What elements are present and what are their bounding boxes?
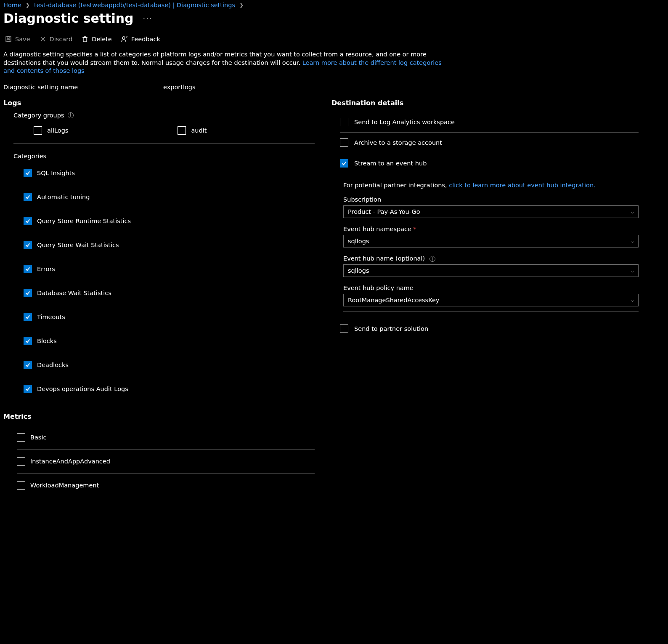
checkbox-storage[interactable] (340, 138, 348, 147)
category-5-row: Database Wait Statistics (24, 281, 315, 305)
save-icon (5, 36, 12, 43)
category-1-row: Automatic tuning (24, 185, 315, 209)
feedback-label: Feedback (131, 36, 160, 43)
subscription-select[interactable]: Product - Pay-As-You-Go ⌵ (343, 205, 639, 218)
checkbox-alllogs[interactable] (34, 126, 42, 135)
category-7-label: Blocks (37, 338, 57, 344)
ehname-label: Event hub name (optional) i (343, 255, 639, 262)
storage-label: Archive to a storage account (354, 139, 442, 146)
category-0-row: SQL Insights (24, 161, 315, 185)
metric-0-checkbox[interactable] (17, 433, 25, 442)
breadcrumb: Home ❯ test-database (testwebappdb/test-… (3, 0, 665, 11)
category-6-checkbox[interactable] (24, 313, 32, 321)
partner-label: Send to partner solution (354, 325, 428, 332)
checkbox-audit[interactable] (178, 126, 186, 135)
metrics-list: BasicInstanceAndAppAdvancedWorkloadManag… (3, 426, 323, 497)
category-6-row: Timeouts (24, 305, 315, 329)
category-2-label: Query Store Runtime Statistics (37, 218, 131, 224)
metric-1-checkbox[interactable] (17, 457, 25, 466)
category-7-row: Blocks (24, 329, 315, 353)
feedback-icon (121, 36, 128, 43)
category-6-label: Timeouts (37, 314, 65, 320)
category-9-label: Devops operations Audit Logs (37, 386, 128, 392)
trash-icon (82, 36, 88, 43)
logs-heading: Logs (3, 99, 323, 107)
policy-label: Event hub policy name (343, 285, 639, 291)
metric-2-checkbox[interactable] (17, 481, 25, 490)
category-8-label: Deadlocks (37, 362, 69, 368)
alllogs-label: allLogs (47, 127, 68, 134)
svg-rect-5 (83, 37, 87, 42)
destination-heading: Destination details (331, 99, 639, 107)
page-title: Diagnostic setting (3, 11, 134, 26)
metric-2-label: WorkloadManagement (30, 482, 99, 489)
metric-1-label: InstanceAndAppAdvanced (30, 458, 110, 465)
eventhub-label: Stream to an event hub (354, 160, 427, 167)
policy-select[interactable]: RootManageSharedAccessKey ⌵ (343, 294, 639, 306)
eventhub-config: For potential partner integrations, clic… (343, 173, 639, 312)
setting-name-label: Diagnostic setting name (3, 84, 163, 90)
category-1-checkbox[interactable] (24, 193, 32, 201)
category-groups-label: Category groups i (13, 112, 323, 119)
discard-label: Discard (50, 36, 73, 43)
categories-label: Categories (13, 153, 323, 160)
category-8-checkbox[interactable] (24, 361, 32, 369)
namespace-select[interactable]: sqllogs ⌵ (343, 235, 639, 247)
category-4-checkbox[interactable] (24, 265, 32, 273)
save-button[interactable]: Save (5, 36, 30, 43)
info-icon[interactable]: i (68, 112, 74, 118)
metrics-heading: Metrics (3, 412, 323, 420)
required-indicator: * (414, 226, 416, 232)
category-9-checkbox[interactable] (24, 385, 32, 393)
metric-0-row: Basic (17, 426, 315, 450)
category-0-label: SQL Insights (37, 170, 75, 176)
metric-0-label: Basic (30, 434, 46, 441)
intro-text: A diagnostic setting specifies a list of… (3, 49, 449, 75)
setting-name-value: exportlogs (163, 84, 196, 90)
checkbox-partner[interactable] (340, 325, 348, 333)
eventhub-note: For potential partner integrations, (343, 182, 449, 189)
category-5-label: Database Wait Statistics (37, 290, 111, 296)
category-9-row: Devops operations Audit Logs (24, 377, 315, 401)
more-actions-button[interactable]: ··· (143, 14, 153, 23)
save-label: Save (15, 36, 30, 43)
svg-rect-1 (7, 37, 9, 38)
checkbox-eventhub[interactable] (340, 159, 348, 168)
log-analytics-label: Send to Log Analytics workspace (354, 119, 455, 125)
feedback-button[interactable]: Feedback (121, 36, 160, 43)
metric-2-row: WorkloadManagement (17, 474, 315, 497)
category-0-checkbox[interactable] (24, 169, 32, 177)
svg-rect-0 (6, 37, 11, 42)
chevron-down-icon: ⌵ (631, 238, 634, 244)
ehname-select[interactable]: sqllogs ⌵ (343, 264, 639, 277)
breadcrumb-resource[interactable]: test-database (testwebappdb/test-databas… (34, 2, 235, 8)
checkbox-log-analytics[interactable] (340, 118, 348, 126)
category-3-checkbox[interactable] (24, 241, 32, 249)
metric-1-row: InstanceAndAppAdvanced (17, 450, 315, 474)
eventhub-note-link[interactable]: click to learn more about event hub inte… (449, 182, 596, 189)
chevron-right-icon: ❯ (239, 2, 244, 8)
chevron-down-icon: ⌵ (631, 297, 634, 303)
breadcrumb-home[interactable]: Home (3, 2, 21, 8)
subscription-label: Subscription (343, 196, 639, 203)
delete-button[interactable]: Delete (82, 36, 112, 43)
category-7-checkbox[interactable] (24, 337, 32, 345)
svg-rect-2 (7, 40, 10, 42)
category-8-row: Deadlocks (24, 353, 315, 377)
category-3-row: Query Store Wait Statistics (24, 233, 315, 257)
categories-list: SQL InsightsAutomatic tuningQuery Store … (3, 161, 323, 401)
svg-point-10 (122, 37, 125, 39)
category-1-label: Automatic tuning (37, 194, 90, 200)
category-3-label: Query Store Wait Statistics (37, 242, 119, 248)
category-5-checkbox[interactable] (24, 289, 32, 297)
category-2-checkbox[interactable] (24, 217, 32, 225)
info-icon[interactable]: i (429, 256, 435, 262)
namespace-label: Event hub namespace * (343, 226, 639, 232)
audit-label: audit (191, 127, 207, 134)
close-icon (40, 36, 46, 43)
toolbar: Save Discard Delete Feedback (3, 30, 665, 47)
delete-label: Delete (92, 36, 112, 43)
chevron-down-icon: ⌵ (631, 209, 634, 215)
chevron-down-icon: ⌵ (631, 268, 634, 274)
discard-button[interactable]: Discard (40, 36, 73, 43)
